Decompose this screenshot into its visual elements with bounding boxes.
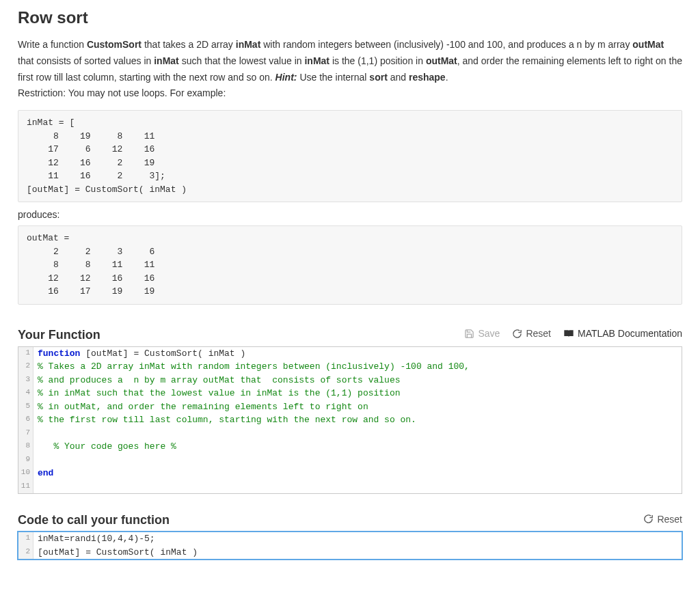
code-text: % Takes a 2D array inMat with random int…	[33, 360, 470, 374]
editor-line: 10end	[18, 467, 682, 480]
line-number: 10	[18, 467, 33, 480]
editor-line: 3% and produces a n by m array outMat th…	[18, 374, 682, 387]
function-editor[interactable]: 1function [outMat] = CustomSort( inMat )…	[18, 346, 682, 495]
code-text: end	[33, 467, 53, 480]
editor-line: 1inMat=randi(10,4,4)-5;	[18, 532, 682, 546]
line-number: 3	[18, 374, 33, 387]
code-text	[33, 480, 43, 494]
call-section-heading: Code to call your function	[18, 513, 170, 527]
line-number: 11	[18, 480, 33, 494]
example-input-block: inMat = [ 8 19 8 11 17 6 12 16 12 16 2 1…	[18, 110, 682, 202]
example-output-block: outMat = 2 2 3 6 8 8 11 11 12 12 16 16 1…	[18, 225, 682, 305]
editor-actions: Save Reset MATLAB Documentation	[464, 328, 682, 339]
code-text: % and produces a n by m array outMat tha…	[33, 374, 401, 387]
line-number: 2	[18, 546, 33, 560]
code-text: % the first row till last column, starti…	[33, 413, 416, 427]
editor-line: 9	[18, 454, 682, 467]
editor-line: 1function [outMat] = CustomSort( inMat )	[18, 347, 682, 361]
code-text	[33, 454, 43, 467]
your-function-heading: Your Function	[18, 328, 100, 342]
code-text: function [outMat] = CustomSort( inMat )	[33, 347, 245, 361]
save-button[interactable]: Save	[464, 328, 500, 339]
editor-line: 6% the first row till last column, start…	[18, 413, 682, 427]
reset-icon	[643, 514, 654, 524]
editor-line: 7	[18, 427, 682, 441]
call-editor[interactable]: 1inMat=randi(10,4,4)-5;2[outMat] = Custo…	[18, 532, 682, 560]
code-text: % in outMat, and order the remaining ele…	[33, 400, 368, 414]
problem-description: Write a function CustomSort that takes a…	[18, 37, 682, 102]
line-number: 9	[18, 454, 33, 467]
call-reset-button[interactable]: Reset	[643, 514, 682, 525]
editor-line: 5% in outMat, and order the remaining el…	[18, 400, 682, 414]
code-text: % in inMat such that the lowest value in…	[33, 387, 401, 400]
code-text	[33, 427, 43, 441]
line-number: 1	[18, 532, 33, 546]
editor-line: 2[outMat] = CustomSort( inMat )	[18, 546, 682, 560]
code-text: [outMat] = CustomSort( inMat )	[33, 546, 198, 560]
line-number: 2	[18, 360, 33, 374]
line-number: 1	[18, 347, 33, 361]
your-function-header: Your Function Save Reset MATLAB Document…	[18, 328, 682, 342]
page-scroll[interactable]: Row sort Write a function CustomSort tha…	[0, 0, 700, 593]
line-number: 6	[18, 413, 33, 427]
save-icon	[464, 329, 474, 339]
reset-icon	[512, 329, 522, 339]
editor-line: 4% in inMat such that the lowest value i…	[18, 387, 682, 400]
editor-line: 8 % Your code goes here %	[18, 440, 682, 454]
content-area: Row sort Write a function CustomSort tha…	[0, 0, 700, 587]
page-title: Row sort	[18, 8, 682, 27]
line-number: 4	[18, 387, 33, 400]
line-number: 8	[18, 440, 33, 454]
code-text: % Your code goes here %	[33, 440, 176, 454]
editor-line: 2% Takes a 2D array inMat with random in…	[18, 360, 682, 374]
call-actions: Reset	[643, 514, 682, 525]
reset-button[interactable]: Reset	[512, 328, 551, 339]
produces-label: produces:	[18, 209, 682, 220]
code-text: inMat=randi(10,4,4)-5;	[33, 532, 155, 546]
matlab-doc-link[interactable]: MATLAB Documentation	[563, 328, 682, 339]
doc-icon	[563, 329, 574, 338]
line-number: 7	[18, 427, 33, 441]
editor-line: 11	[18, 480, 682, 494]
call-section-header: Code to call your function Reset	[18, 513, 682, 527]
line-number: 5	[18, 400, 33, 414]
